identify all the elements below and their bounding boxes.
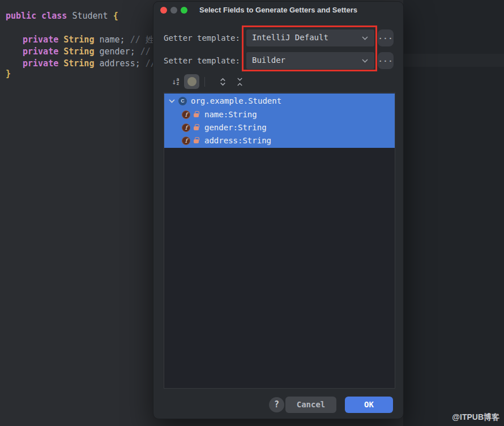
class-icon: C — [178, 97, 187, 105]
show-properties-toggle-button[interactable] — [184, 74, 199, 89]
code-line: private String address; // 住址 — [6, 58, 178, 69]
code-line: } — [6, 68, 11, 79]
chevron-down-icon — [362, 36, 368, 40]
tree-field-label: gender:String — [204, 123, 267, 132]
tree-field-label: address:String — [204, 136, 271, 145]
chevron-expanded-icon[interactable] — [169, 99, 175, 103]
collapse-all-icon[interactable] — [233, 78, 246, 86]
down-arrow-glyph: ↓ — [172, 77, 176, 86]
private-lock-icon — [194, 126, 199, 130]
expand-all-icon[interactable] — [216, 78, 229, 86]
toggle-dot-icon — [187, 77, 197, 86]
tree-row-field[interactable]: f address:String — [164, 134, 395, 147]
ide-right-panel-band — [403, 54, 504, 67]
tree-row-class[interactable]: C org.example.Student — [164, 94, 395, 108]
getter-template-label: Getter template: — [164, 29, 249, 46]
tree-class-label: org.example.Student — [191, 96, 281, 105]
field-icon: f — [182, 137, 190, 145]
fields-toolbar: ↓az — [164, 73, 246, 90]
dialog-title: Select Fields to Generate Getters and Se… — [153, 6, 403, 14]
field-icon: f — [182, 123, 190, 132]
generate-getters-setters-dialog: Select Fields to Generate Getters and Se… — [153, 1, 404, 419]
chevron-down-icon — [362, 59, 368, 63]
setter-template-label: Setter template: — [164, 52, 249, 69]
code-line: private String gender; // 性别 — [6, 46, 173, 57]
setter-template-select[interactable]: Builder — [246, 52, 374, 69]
ok-button[interactable]: OK — [345, 397, 393, 413]
field-icon: f — [182, 110, 190, 119]
watermark: @ITPUB博客 — [452, 412, 499, 423]
setter-template-value: Builder — [252, 56, 285, 65]
dialog-titlebar: Select Fields to Generate Getters and Se… — [153, 2, 403, 19]
getter-template-browse-button[interactable]: ... — [378, 29, 394, 46]
cancel-button[interactable]: Cancel — [285, 397, 336, 413]
fields-tree-panel: C org.example.Student f name:String f ge… — [164, 92, 395, 389]
tree-row-field[interactable]: f name:String — [164, 108, 395, 121]
tree-row-field[interactable]: f gender:String — [164, 121, 395, 134]
private-lock-icon — [194, 113, 199, 117]
getter-template-value: IntelliJ Default — [252, 33, 328, 42]
setter-template-browse-button[interactable]: ... — [378, 52, 394, 69]
toolbar-separator — [204, 77, 205, 87]
code-line: public class Student { — [6, 10, 118, 22]
help-button[interactable]: ? — [269, 397, 284, 412]
az-glyph: az — [176, 78, 179, 86]
code-line: private String name; // 姓名 — [6, 34, 163, 45]
getter-template-select[interactable]: IntelliJ Default — [246, 29, 374, 46]
private-lock-icon — [194, 139, 199, 143]
sort-alphabetically-icon[interactable]: ↓az — [172, 77, 179, 86]
tree-field-label: name:String — [204, 110, 257, 119]
